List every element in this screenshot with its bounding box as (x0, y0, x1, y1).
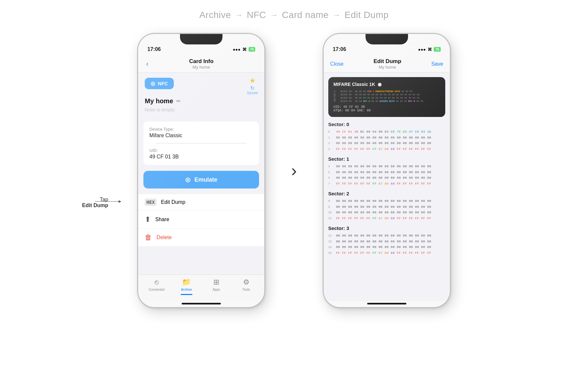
card-name: My home (145, 97, 173, 105)
home-bar2 (367, 303, 406, 304)
edit-icon[interactable]: ✏ (176, 98, 181, 104)
row-num-7: 7 (328, 182, 334, 187)
breadcrumb-editdump: Edit Dump (345, 10, 389, 20)
row-num-12: 12 (328, 234, 334, 238)
sector-container[interactable]: Sector: 0 0 49 CF 01 3B BC 08 04 00 02 E… (324, 117, 450, 301)
dump-row-3: 3 FF FF FF FF FF FF FF 07 80 69 FF FF FF… (328, 147, 445, 152)
power-btn2 (450, 80, 450, 103)
row-data-9: 00 00 00 00 00 00 00 00 00 00 00 00 00 0… (336, 205, 431, 209)
row-data-11: FF FF FF FF FF FF FF 07 80 69 FF FF FF F… (336, 216, 431, 221)
synced-label: Synced (247, 91, 258, 95)
phone-edit-dump: 17:06 ●●● ⌘ 76 Close Edit Dump My home S… (323, 33, 450, 308)
row-data-15: FF FF FF FF FF FF FF 07 80 69 FF FF FF F… (336, 251, 431, 255)
sector-1-title: Sector: 1 (328, 156, 445, 162)
sector-0-rows: 0 49 CF 01 3B BC 08 04 00 02 EB 7E D9 A7… (328, 130, 445, 152)
uid-label: UID: (149, 148, 253, 153)
nav-title-sub: My home (189, 65, 214, 70)
edit-dump-title-main: Edit Dump (373, 58, 401, 65)
apps-icon: ⊞ (213, 278, 219, 286)
row-num-4: 4 (328, 164, 334, 169)
delete-action[interactable]: 🗑 Delete (138, 229, 264, 247)
delete-icon: 🗑 (145, 233, 152, 242)
phone-card-info: 17:06 ●●● ⌘ 76 ‹ Card Info My home (138, 33, 265, 308)
edit-dump-nav: Close Edit Dump My home Save (324, 55, 450, 73)
dump-row-5: 5 00 00 00 00 00 00 00 00 00 00 00 00 00… (328, 170, 445, 175)
card-name-row: My home ✏ (138, 95, 264, 106)
row-data-12: 00 00 00 00 00 00 00 00 00 00 00 00 00 0… (336, 234, 431, 238)
delete-label: Delete (156, 235, 172, 240)
row-num-2: 2 (328, 141, 334, 146)
arrow-2: → (270, 10, 278, 20)
edit-dump-action[interactable]: HEX Edit Dump (138, 194, 264, 211)
tab-archive[interactable]: 📁 Archive (177, 278, 196, 295)
status-icons: ●●● ⌘ 76 (233, 47, 255, 52)
breadcrumb-nfc: NFC (247, 10, 266, 20)
row-num-9: 9 (328, 205, 334, 210)
uid-info: UID: 49 CF 01 3B ATQA: 00 04 SAK: 08 (334, 105, 440, 112)
emulate-button[interactable]: ◎ Emulate (143, 171, 259, 188)
uid-row: UID: 49 CF 01 3B (149, 148, 253, 160)
annotation: Tap Edit Dump (82, 197, 108, 208)
tab-bar: ⎋ Connected 📁 Archive ⊞ Apps ⚙ Tools (138, 274, 264, 301)
dump-row-1: 1 00 00 00 00 00 00 00 00 00 00 00 00 00… (328, 136, 445, 140)
uid-line: UID: 49 CF 01 3B (334, 105, 440, 109)
device-type-value: Mifare Classic (149, 133, 253, 139)
phone-screen: ◎ NFC ★ ↻ Synced My home ✏ Note is empty (138, 73, 264, 274)
tab-archive-label: Archive (181, 288, 192, 291)
hex-grid: SECTOR 0 BLOCK 00 00 00 00 UID + MANUFAC… (334, 90, 440, 103)
row-data-14: 00 00 00 00 00 00 00 00 00 00 00 00 00 0… (336, 245, 431, 250)
tab-tools-label: Tools (242, 288, 250, 291)
row-data-8: 00 00 00 00 00 00 00 00 00 00 00 00 00 0… (336, 199, 431, 204)
row-num-0: 0 (328, 130, 334, 135)
home-indicator2 (324, 301, 450, 307)
nfc-label: NFC (158, 81, 168, 86)
status-icons2: ●●● ⌘ 76 (418, 47, 441, 52)
star-icon: ★ (249, 76, 256, 85)
wifi-icon2: ⌘ (428, 47, 432, 52)
row-data-2: 00 00 00 00 00 00 00 00 00 00 00 00 00 0… (336, 141, 431, 146)
battery-icon2: 76 (434, 47, 440, 52)
dump-row-2: 2 00 00 00 00 00 00 00 00 00 00 00 00 00… (328, 141, 445, 146)
tab-connected[interactable]: ⎋ Connected (147, 278, 166, 295)
mifare-card: MIFARE Classic 1K ◉ SECTOR 0 BLOCK 00 00… (328, 77, 445, 117)
tab-tools[interactable]: ⚙ Tools (237, 278, 256, 295)
nfc-icon: ◎ (151, 80, 155, 87)
device-type-label: Device Type: (149, 127, 253, 132)
breadcrumb-archive: Archive (199, 10, 231, 20)
tools-icon: ⚙ (243, 278, 250, 286)
dump-row-6: 6 00 00 00 00 00 00 00 00 00 00 00 00 00… (328, 176, 445, 181)
dump-row-11: 11 FF FF FF FF FF FF FF 07 80 69 FF FF F… (328, 216, 445, 221)
tab-apps[interactable]: ⊞ Apps (206, 278, 226, 295)
device-type-row: Device Type: Mifare Classic (149, 127, 253, 139)
dump-row-0: 0 49 CF 01 3B BC 08 04 00 02 EB 7E D9 A7… (328, 130, 445, 135)
wifi-icon: ⌘ (242, 47, 247, 52)
atqa-line: ATQA: 00 04 SAK: 08 (334, 109, 440, 112)
arrow-between: › (291, 161, 297, 180)
sector-0-title: Sector: 0 (328, 122, 445, 127)
back-button[interactable]: ‹ (145, 58, 161, 70)
annotation-edit-dump: Edit Dump (82, 203, 108, 208)
nav-title-main: Card Info (189, 58, 214, 65)
dump-row-8: 8 00 00 00 00 00 00 00 00 00 00 00 00 00… (328, 199, 445, 204)
emulate-icon: ◎ (185, 176, 190, 183)
annotation-tap: Tap (82, 197, 108, 203)
row-num-11: 11 (328, 216, 334, 221)
home-bar (182, 303, 221, 304)
row-num-1: 1 (328, 136, 334, 140)
close-button[interactable]: Close (330, 61, 344, 67)
row-data-0: 49 CF 01 3B BC 08 04 00 02 EB 7E D9 A7 C… (336, 130, 431, 134)
row-num-14: 14 (328, 245, 334, 250)
row-num-3: 3 (328, 147, 334, 152)
time: 17:06 (147, 46, 161, 52)
share-action[interactable]: ⬆ Share (138, 211, 264, 229)
save-button[interactable]: Save (431, 61, 443, 67)
archive-icon: 📁 (182, 278, 191, 286)
dump-row-15: 15 FF FF FF FF FF FF FF 07 80 69 FF FF F… (328, 251, 445, 256)
synced-badge: ★ ↻ Synced (247, 76, 258, 95)
nfc-tag[interactable]: ◎ NFC (145, 78, 174, 89)
sector-label: SECTOR 0 (334, 91, 339, 102)
tab-apps-label: Apps (213, 288, 220, 291)
share-icon: ⬆ (145, 215, 151, 224)
row-num-6: 6 (328, 176, 334, 181)
home-indicator (138, 301, 264, 307)
